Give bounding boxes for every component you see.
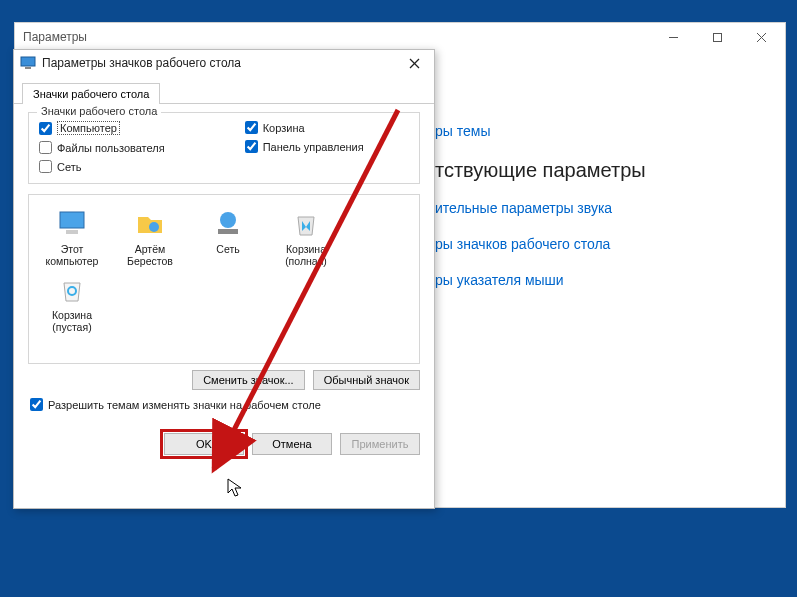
apply-button: Применить (340, 433, 420, 455)
icons-preview-pane[interactable]: Этот компьютер Артём Берестов Сеть Корзи… (28, 194, 420, 364)
change-icon-button[interactable]: Сменить значок... (192, 370, 305, 390)
checkbox-control-panel[interactable]: Панель управления (245, 140, 364, 153)
close-button[interactable] (739, 23, 783, 51)
dialog-footer: OK Отмена Применить (14, 433, 434, 455)
svg-point-11 (220, 212, 236, 228)
dialog-titlebar: Параметры значков рабочего стола (14, 50, 434, 76)
tab-desktop-icons[interactable]: Значки рабочего стола (22, 83, 160, 104)
icon-recycle-empty[interactable]: Корзина (пустая) (37, 273, 107, 333)
desktop-icons-group: Значки рабочего стола Компьютер Файлы по… (28, 112, 420, 184)
recycle-full-icon (290, 207, 322, 239)
default-icon-button[interactable]: Обычный значок (313, 370, 420, 390)
user-folder-icon (134, 207, 166, 239)
icon-network[interactable]: Сеть (193, 207, 263, 267)
network-icon (212, 207, 244, 239)
checkbox-network[interactable]: Сеть (39, 160, 165, 173)
icon-recycle-full[interactable]: Корзина (полная) (271, 207, 341, 267)
svg-rect-9 (66, 230, 78, 234)
maximize-button[interactable] (695, 23, 739, 51)
svg-rect-8 (60, 212, 84, 228)
group-legend: Значки рабочего стола (37, 105, 161, 117)
minimize-button[interactable] (651, 23, 695, 51)
display-icon (20, 55, 36, 71)
svg-point-10 (149, 222, 159, 232)
main-titlebar: Параметры (15, 23, 785, 51)
link-themes[interactable]: ры темы (435, 123, 765, 139)
svg-rect-4 (21, 57, 35, 66)
cancel-button[interactable]: Отмена (252, 433, 332, 455)
ok-button[interactable]: OK (164, 433, 244, 455)
section-heading: тствующие параметры (435, 159, 765, 182)
svg-rect-1 (713, 33, 721, 41)
link-desktop-icons[interactable]: ры значков рабочего стола (435, 236, 765, 252)
svg-rect-5 (25, 67, 31, 69)
tabstrip: Значки рабочего стола (14, 76, 434, 104)
checkbox-computer[interactable]: Компьютер (39, 121, 165, 135)
dialog-close-button[interactable] (398, 52, 430, 74)
link-cursor[interactable]: ры указателя мыши (435, 272, 765, 288)
computer-icon (56, 207, 88, 239)
checkbox-recycle[interactable]: Корзина (245, 121, 364, 134)
svg-rect-12 (218, 229, 238, 234)
icon-this-pc[interactable]: Этот компьютер (37, 207, 107, 267)
checkbox-user-files[interactable]: Файлы пользователя (39, 141, 165, 154)
desktop-icon-settings-dialog: Параметры значков рабочего стола Значки … (13, 49, 435, 509)
main-window-title: Параметры (23, 30, 651, 44)
dialog-title: Параметры значков рабочего стола (42, 56, 398, 70)
recycle-empty-icon (56, 273, 88, 305)
checkbox-allow-themes[interactable]: Разрешить темам изменять значки на рабоч… (30, 398, 418, 411)
icon-user-folder[interactable]: Артём Берестов (115, 207, 185, 267)
link-sound[interactable]: ительные параметры звука (435, 200, 765, 216)
